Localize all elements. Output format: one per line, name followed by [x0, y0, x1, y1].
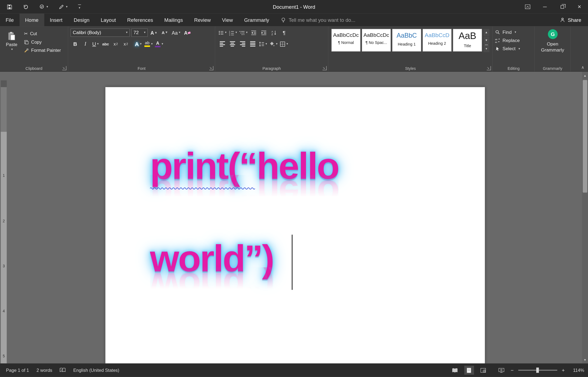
style-heading-1[interactable]: AaBbC Heading 1 — [392, 29, 421, 52]
zoom-percentage[interactable]: 114% — [569, 367, 584, 373]
styles-gallery-scroll: ▲ ▼ ▾ — [483, 29, 489, 53]
vertical-scrollbar[interactable]: ▲ ▼ — [582, 72, 588, 363]
format-painter-button[interactable]: Format Painter — [24, 48, 61, 53]
borders-icon — [280, 41, 286, 47]
tab-grammarly[interactable]: Grammarly — [238, 14, 275, 26]
style-no-spacing[interactable]: AaBbCcDc ¶ No Spac... — [362, 29, 391, 52]
font-size-value: 72 — [134, 30, 139, 35]
scroll-up-button[interactable]: ▲ — [582, 73, 588, 79]
styles-scroll-up-button[interactable]: ▲ — [483, 29, 489, 37]
numbering-button[interactable]: 123 ▾ — [228, 28, 238, 37]
tab-view[interactable]: View — [216, 14, 238, 26]
clipboard-group: Paste ▾ ✂ Cut Copy — [0, 26, 68, 71]
styles-dialog-launcher[interactable]: ↘ — [487, 66, 491, 70]
tab-file[interactable]: File — [0, 14, 19, 26]
close-icon: × — [578, 4, 581, 10]
superscript-button[interactable]: x2 — [121, 40, 131, 49]
clear-formatting-button[interactable]: A — [183, 28, 192, 37]
strikethrough-button[interactable]: abc — [101, 40, 110, 49]
bullets-button[interactable]: ▾ — [217, 28, 227, 37]
scroll-down-button[interactable]: ▼ — [582, 357, 588, 363]
paste-button[interactable]: Paste ▾ — [2, 30, 21, 51]
proofing-status-icon[interactable] — [60, 367, 66, 373]
web-layout-button[interactable] — [478, 366, 488, 375]
tab-label: Grammarly — [244, 17, 269, 23]
tab-home[interactable]: Home — [19, 14, 44, 26]
clipboard-dialog-launcher[interactable]: ↘ — [62, 66, 66, 70]
language-indicator[interactable]: English (United States) — [73, 367, 119, 373]
cut-button[interactable]: ✂ Cut — [24, 31, 61, 36]
ribbon-display-options-button[interactable] — [519, 0, 536, 14]
copy-button[interactable]: Copy — [24, 40, 61, 45]
find-button[interactable]: Find ▾ — [495, 28, 532, 36]
bold-button[interactable]: B — [71, 40, 80, 49]
restore-button[interactable] — [553, 0, 571, 14]
tab-insert[interactable]: Insert — [44, 14, 68, 26]
wordart-line-2[interactable]: world”) world”) — [150, 240, 274, 305]
increase-indent-button[interactable] — [259, 28, 268, 37]
multilevel-list-button[interactable]: ▾ — [238, 28, 248, 37]
sort-icon: AZ — [271, 30, 277, 35]
replace-button[interactable]: abac Replace — [495, 37, 532, 45]
tab-layout[interactable]: Layout — [95, 14, 122, 26]
subscript-button[interactable]: x2 — [111, 40, 120, 49]
scrollbar-thumb[interactable] — [583, 80, 587, 193]
align-left-button[interactable] — [217, 40, 227, 49]
decrease-indent-button[interactable] — [249, 28, 258, 37]
shrink-font-button[interactable]: A ▼ — [160, 28, 169, 37]
underline-button[interactable]: U ▾ — [91, 40, 100, 49]
grow-font-button[interactable]: A ▲ — [149, 28, 159, 37]
font-size-combobox[interactable]: 72 ▾ — [131, 29, 148, 37]
tab-design[interactable]: Design — [68, 14, 95, 26]
font-name-combobox[interactable]: Calibri (Body) ▾ — [71, 29, 130, 37]
read-mode-button[interactable] — [450, 366, 460, 375]
select-button[interactable]: Select ▾ — [495, 45, 532, 53]
close-button[interactable]: × — [571, 0, 588, 14]
paragraph-dialog-launcher[interactable]: ↘ — [323, 66, 327, 70]
tell-me-box[interactable]: Tell me what you want to do... — [281, 14, 356, 26]
collapse-ribbon-button[interactable]: ∧ — [581, 65, 584, 70]
highlight-color-button[interactable]: ab ▾ — [144, 40, 153, 49]
font-color-button[interactable]: A ▾ — [154, 40, 164, 49]
minimize-button[interactable] — [536, 0, 553, 14]
zoom-fit-button[interactable] — [496, 366, 506, 375]
change-case-button[interactable]: Aa ▾ — [171, 28, 181, 37]
show-paragraph-marks-button[interactable]: ¶ — [279, 28, 289, 37]
share-button[interactable]: Share — [553, 14, 588, 26]
italic-button[interactable]: I — [81, 40, 90, 49]
editing-group: Find ▾ abac Replace Select ▾ Editing — [493, 26, 535, 71]
page-indicator[interactable]: Page 1 of 1 — [6, 367, 29, 373]
zoom-in-button[interactable]: + — [562, 367, 565, 373]
tab-mailings[interactable]: Mailings — [159, 14, 188, 26]
shading-button[interactable]: ▾ — [268, 40, 278, 49]
style-normal[interactable]: AaBbCcDc ¶ Normal — [332, 29, 360, 52]
wordart-line-1[interactable]: print(“hello print(“hello — [150, 147, 339, 213]
word-count[interactable]: 2 words — [37, 367, 52, 373]
line-spacing-button[interactable]: ▾ — [258, 40, 268, 49]
caret-down-icon: ▾ — [276, 43, 278, 46]
style-heading-2[interactable]: AaBbCcD Heading 2 — [423, 29, 451, 52]
tab-review[interactable]: Review — [189, 14, 216, 26]
zoom-slider-thumb[interactable] — [536, 367, 539, 373]
print-layout-button[interactable] — [464, 366, 474, 375]
align-right-button[interactable] — [238, 40, 247, 49]
styles-more-button[interactable]: ▾ — [483, 45, 489, 52]
tab-references[interactable]: References — [122, 14, 159, 26]
justify-button[interactable] — [248, 40, 257, 49]
zoom-slider[interactable] — [518, 370, 557, 371]
style-name: Heading 2 — [423, 41, 451, 45]
lightbulb-icon — [281, 17, 286, 23]
zoom-out-button[interactable]: − — [511, 367, 514, 373]
style-title[interactable]: AaB Title — [453, 29, 482, 52]
shading-icon — [269, 41, 275, 47]
document-page[interactable]: print(“hello print(“hello world”) world”… — [105, 87, 485, 363]
styles-scroll-down-button[interactable]: ▼ — [483, 37, 489, 44]
sort-button[interactable]: AZ — [269, 28, 278, 37]
font-dialog-launcher[interactable]: ↘ — [209, 66, 213, 70]
open-grammarly-button[interactable]: G Open Grammarly — [537, 28, 568, 53]
superscript-icon: x — [124, 42, 126, 46]
align-center-button[interactable] — [228, 40, 237, 49]
borders-button[interactable]: ▾ — [279, 40, 289, 49]
text-effects-button[interactable]: A ▾ — [134, 40, 143, 49]
paste-icon — [7, 31, 17, 41]
